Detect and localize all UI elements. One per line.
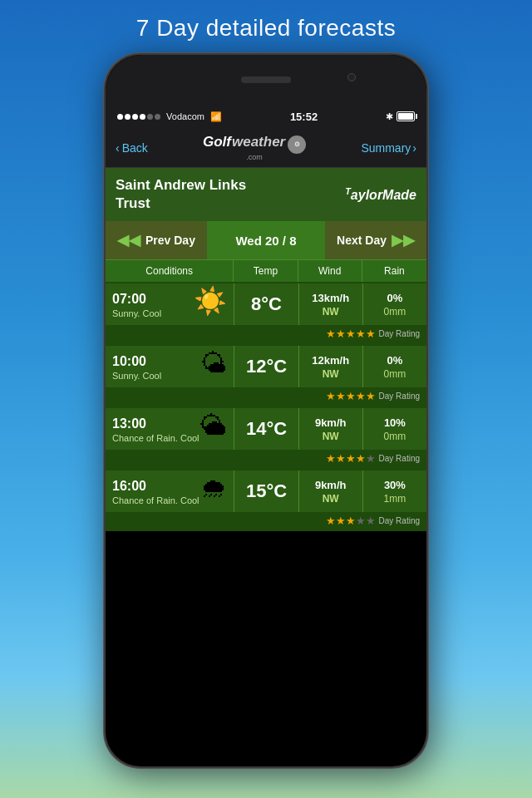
- logo-circle: ⊙: [288, 135, 306, 154]
- back-button[interactable]: ‹ Back: [116, 141, 148, 155]
- rain-pct: 0%: [387, 354, 402, 367]
- status-right: ✱: [386, 111, 415, 122]
- wind-cell: 13km/h NW: [298, 283, 362, 325]
- weather-icon: 🌥: [200, 411, 227, 441]
- carrier-label: Vodacom: [166, 111, 204, 121]
- wind-dir: NW: [323, 493, 339, 505]
- summary-chevron-icon: ›: [412, 141, 416, 155]
- rain-pct: 30%: [384, 479, 406, 491]
- next-day-label: Next Day: [337, 234, 387, 247]
- weather-icon: 🌧: [200, 473, 227, 504]
- phone-screen: Vodacom 📶 15:52 ✱ ‹ Back Golf weath: [106, 55, 426, 766]
- conditions-cell: 16:00 Chance of Rain. Cool 🌧: [106, 470, 234, 512]
- wifi-icon: 📶: [210, 111, 222, 122]
- rain-pct: 10%: [384, 416, 406, 429]
- signal-dot-4: [140, 114, 145, 120]
- table-row: 07:00 Sunny. Cool ☀️ 8°C 13km/h NW 0% 0m…: [106, 282, 426, 325]
- back-label: Back: [122, 141, 148, 155]
- wind-cell: 9km/h NW: [298, 408, 362, 450]
- weather-icon: 🌤: [200, 348, 227, 379]
- day-rating-label: Day Rating: [379, 516, 420, 525]
- status-time: 15:52: [290, 111, 318, 123]
- prev-day-button[interactable]: ◀◀ Prev Day: [106, 221, 207, 259]
- weather-icon: ☀️: [194, 285, 227, 317]
- rain-pct: 0%: [387, 292, 402, 304]
- course-header: Saint Andrew LinksTrust TaylorMade: [106, 168, 426, 221]
- wind-speed: 9km/h: [315, 416, 347, 429]
- content-area: 07:00 Sunny. Cool ☀️ 8°C 13km/h NW 0% 0m…: [106, 282, 426, 531]
- logo-golf-text: Golf: [203, 135, 231, 149]
- signal-dot-2: [125, 114, 131, 120]
- rain-mm: 0mm: [384, 431, 406, 442]
- wind-dir: NW: [323, 306, 339, 318]
- rain-cell: 0% 0mm: [362, 346, 426, 387]
- conditions-cell: 13:00 Chance of Rain. Cool 🌥: [106, 408, 234, 450]
- rain-cell: 0% 0mm: [362, 283, 426, 325]
- header-wind: Wind: [298, 260, 362, 282]
- status-bar: Vodacom 📶 15:52 ✱: [106, 105, 426, 128]
- header-rain: Rain: [362, 260, 426, 282]
- prev-arrow-icon: ◀◀: [117, 231, 140, 249]
- nav-bar: ‹ Back Golf weather ⊙ .com Summary ›: [106, 128, 426, 168]
- status-left: Vodacom 📶: [117, 111, 222, 122]
- rain-cell: 30% 1mm: [362, 470, 426, 512]
- logo-weather-text: weather: [232, 135, 285, 149]
- signal-dot-6: [155, 114, 160, 120]
- back-chevron-icon: ‹: [116, 141, 120, 155]
- rain-mm: 0mm: [384, 368, 406, 380]
- course-name: Saint Andrew LinksTrust: [116, 176, 246, 213]
- next-day-button[interactable]: Next Day ▶▶: [325, 221, 426, 259]
- wind-cell: 12km/h NW: [298, 346, 362, 387]
- table-header: Conditions Temp Wind Rain: [106, 259, 426, 282]
- sponsor-logo: TaylorMade: [345, 186, 416, 203]
- wind-dir: NW: [323, 368, 339, 380]
- phone-camera: [347, 73, 356, 81]
- day-navigation: ◀◀ Prev Day Wed 20 / 8 Next Day ▶▶: [106, 221, 426, 259]
- summary-button[interactable]: Summary ›: [361, 141, 416, 155]
- table-row: 10:00 Sunny. Cool 🌤 12°C 12km/h NW 0% 0m…: [106, 344, 426, 387]
- rating-row: ★★★★★Day Rating: [106, 387, 426, 406]
- sponsor-t: T: [345, 186, 351, 196]
- temp-cell: 12°C: [234, 346, 298, 387]
- wind-cell: 9km/h NW: [298, 470, 362, 512]
- summary-label: Summary: [361, 141, 411, 155]
- rain-cell: 10% 0mm: [362, 408, 426, 450]
- table-row: 16:00 Chance of Rain. Cool 🌧 15°C 9km/h …: [106, 469, 426, 512]
- rain-mm: 0mm: [384, 306, 406, 318]
- day-rating-label: Day Rating: [379, 329, 420, 338]
- rating-row: ★★★★★Day Rating: [106, 325, 426, 344]
- star-rating: ★★★★★: [326, 328, 376, 340]
- star-rating: ★★★★★: [326, 390, 376, 402]
- signal-dot-1: [117, 114, 123, 120]
- prev-day-label: Prev Day: [145, 234, 195, 247]
- rating-row: ★★★★★Day Rating: [106, 450, 426, 469]
- rating-row: ★★★★★Day Rating: [106, 512, 426, 531]
- current-date: Wed 20 / 8: [207, 234, 325, 248]
- phone-device: Vodacom 📶 15:52 ✱ ‹ Back Golf weath: [104, 53, 428, 768]
- battery-indicator: [397, 111, 415, 121]
- star-rating: ★★★★★: [326, 515, 376, 527]
- bluetooth-icon: ✱: [386, 111, 393, 122]
- conditions-cell: 07:00 Sunny. Cool ☀️: [106, 283, 234, 325]
- wind-speed: 12km/h: [312, 354, 349, 367]
- temp-cell: 15°C: [234, 470, 298, 512]
- day-rating-label: Day Rating: [379, 454, 420, 463]
- logo-domain: .com: [246, 154, 263, 161]
- table-row: 13:00 Chance of Rain. Cool 🌥 14°C 9km/h …: [106, 406, 426, 450]
- wind-dir: NW: [323, 431, 339, 442]
- temp-cell: 14°C: [234, 408, 298, 450]
- wind-speed: 13km/h: [312, 292, 349, 304]
- signal-dot-3: [132, 114, 138, 120]
- page-title: 7 Day detailed forecasts: [136, 0, 396, 53]
- app-logo: Golf weather ⊙ .com: [203, 135, 306, 161]
- conditions-cell: 10:00 Sunny. Cool 🌤: [106, 346, 234, 387]
- rain-mm: 1mm: [384, 493, 406, 505]
- phone-top-bar: [106, 55, 426, 105]
- star-rating: ★★★★★: [326, 452, 376, 465]
- phone-speaker: [241, 76, 291, 83]
- battery-fill: [398, 113, 413, 120]
- signal-dot-5: [147, 114, 153, 120]
- temp-cell: 8°C: [234, 283, 298, 325]
- header-conditions: Conditions: [106, 260, 234, 282]
- header-temp: Temp: [234, 260, 298, 282]
